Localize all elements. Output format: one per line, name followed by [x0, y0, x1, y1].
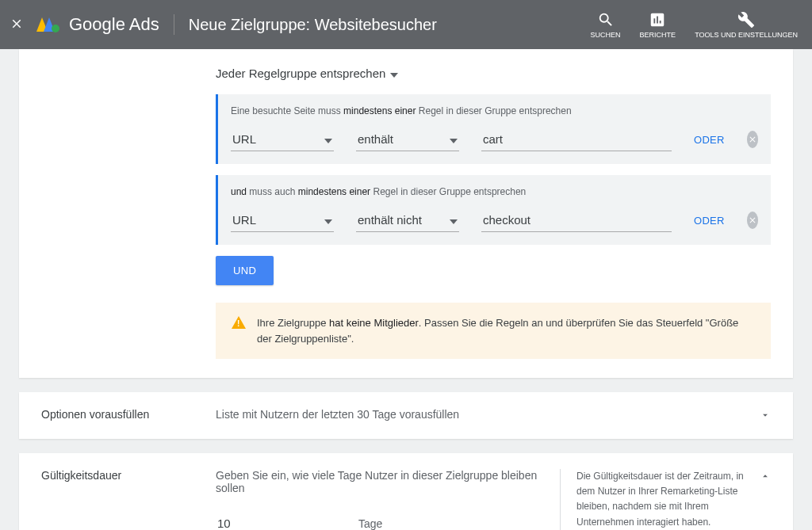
- warning-text: Ihre Zielgruppe hat keine Mitglieder. Pa…: [257, 315, 755, 346]
- prefill-label: Optionen vorausfüllen: [41, 408, 216, 421]
- google-ads-logo-icon: [36, 17, 59, 32]
- validity-days-input[interactable]: [216, 512, 311, 530]
- warning-icon: [232, 316, 246, 329]
- rule-group: Eine besuchte Seite muss mindestens eine…: [216, 94, 771, 164]
- chevron-down-icon: [760, 410, 771, 421]
- rule-group: und muss auch mindestens einer Regel in …: [216, 175, 771, 245]
- or-button[interactable]: ODER: [694, 215, 725, 227]
- close-icon: [748, 215, 757, 225]
- tools-label: TOOLS UND EINSTELLUNGEN: [695, 31, 798, 39]
- prefill-panel: Optionen vorausfüllen Liste mit Nutzern …: [19, 392, 793, 439]
- rule-hint: und muss auch mindestens einer Regel in …: [231, 186, 758, 197]
- close-icon: [748, 135, 757, 144]
- chevron-down-icon: [390, 67, 398, 80]
- prefill-value: Liste mit Nutzern der letzten 30 Tage vo…: [216, 408, 750, 421]
- validity-prompt: Geben Sie ein, wie viele Tage Nutzer in …: [216, 469, 538, 494]
- page-title: Neue Zielgruppe: Websitebesucher: [189, 16, 591, 34]
- rule-value-input[interactable]: [481, 128, 672, 151]
- or-button[interactable]: ODER: [694, 134, 725, 146]
- rule-value-input[interactable]: [481, 208, 672, 232]
- rule-hint: Eine besuchte Seite muss mindestens eine…: [231, 105, 758, 116]
- expand-prefill-button[interactable]: [760, 410, 771, 423]
- validity-help-text: Die Gültigkeitsdauer ist der Zeitraum, i…: [560, 469, 750, 530]
- validity-unit: Tage: [358, 517, 382, 530]
- rule-field-select[interactable]: URL: [231, 208, 334, 232]
- remove-rule-button[interactable]: [747, 131, 758, 148]
- remove-rule-button[interactable]: [747, 212, 758, 229]
- chevron-up-icon: [760, 471, 771, 482]
- match-mode-selector[interactable]: Jeder Regelgruppe entsprechen: [216, 67, 398, 80]
- close-icon[interactable]: [10, 17, 24, 33]
- collapse-validity-button[interactable]: [760, 471, 771, 484]
- reports-icon: [649, 11, 666, 29]
- top-actions: SUCHEN BERICHTE TOOLS UND EINSTELLUNGEN: [591, 11, 798, 39]
- reports-button[interactable]: BERICHTE: [640, 11, 676, 39]
- rule-operator-select[interactable]: enthält nicht: [356, 208, 459, 232]
- rule-field-select[interactable]: URL: [231, 128, 334, 151]
- match-mode-label: Jeder Regelgruppe entsprechen: [216, 67, 385, 80]
- validity-panel: Gültigkeitsdauer Geben Sie ein, wie viel…: [19, 453, 793, 530]
- rule-operator-select[interactable]: enthält: [356, 128, 459, 151]
- search-label: SUCHEN: [591, 31, 621, 39]
- search-button[interactable]: SUCHEN: [591, 11, 621, 39]
- rules-panel: Jeder Regelgruppe entsprechen Eine besuc…: [19, 49, 793, 378]
- brand-name: Google Ads: [69, 14, 174, 35]
- tools-button[interactable]: TOOLS UND EINSTELLUNGEN: [695, 11, 798, 39]
- tools-icon: [737, 11, 755, 29]
- warning-banner: Ihre Zielgruppe hat keine Mitglieder. Pa…: [216, 303, 771, 359]
- and-button[interactable]: UND: [216, 256, 274, 285]
- reports-label: BERICHTE: [640, 31, 676, 39]
- validity-label: Gültigkeitsdauer: [41, 469, 216, 482]
- top-bar: Google Ads Neue Zielgruppe: Websitebesuc…: [0, 0, 812, 49]
- search-icon: [597, 11, 615, 29]
